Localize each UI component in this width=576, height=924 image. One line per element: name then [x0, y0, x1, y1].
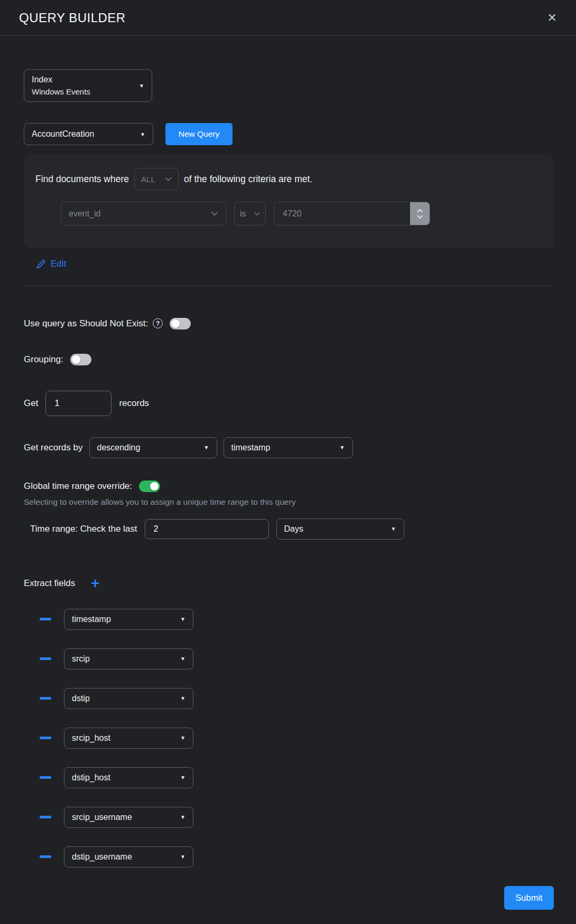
extract-field-row: dstip_username ▼	[24, 846, 554, 868]
close-icon[interactable]: ✕	[547, 12, 557, 24]
extract-field-select[interactable]: dstip ▼	[64, 688, 193, 709]
extract-field-select[interactable]: srcip ▼	[64, 648, 193, 670]
modal-body: Index Windows Events ▼ AccountCreation ▼…	[0, 36, 576, 910]
criteria-operator-value: is	[240, 209, 246, 219]
sort-field-select[interactable]: timestamp ▼	[224, 437, 353, 458]
extract-field-row: srcip_host ▼	[24, 728, 554, 749]
time-range-label: Time range: Check the last	[30, 524, 137, 534]
edit-link[interactable]: Edit	[36, 259, 66, 269]
extract-field-value: srcip_username	[72, 813, 132, 822]
global-override-label: Global time range override:	[24, 481, 132, 492]
get-records-row: Get records	[24, 391, 554, 416]
extract-field-value: timestamp	[72, 615, 111, 624]
remove-field-icon[interactable]	[40, 737, 51, 739]
grouping-row: Grouping:	[24, 354, 554, 365]
dropdown-arrow-icon: ▼	[180, 814, 185, 820]
remove-field-icon[interactable]	[40, 855, 51, 858]
extract-field-select[interactable]: dstip_username ▼	[64, 846, 193, 868]
chevron-down-icon	[254, 212, 260, 216]
global-override-row: Global time range override:	[24, 480, 554, 492]
page-title: QUERY BUILDER	[19, 11, 126, 25]
chevron-down-icon	[211, 211, 218, 216]
dropdown-arrow-icon: ▼	[340, 445, 345, 450]
grouping-toggle[interactable]	[70, 354, 91, 365]
extract-field-select[interactable]: dstip_host ▼	[64, 767, 193, 788]
dropdown-arrow-icon: ▼	[140, 131, 145, 137]
criteria-row: event_id is	[61, 202, 542, 225]
criteria-field-value: event_id	[69, 209, 101, 219]
extract-field-select[interactable]: srcip_host ▼	[64, 728, 193, 749]
add-field-icon[interactable]: +	[91, 577, 99, 591]
extract-field-row: srcip_username ▼	[24, 807, 554, 828]
global-override-hint: Selecting to override allows you to assi…	[24, 497, 554, 507]
criteria-value-wrap	[274, 202, 430, 225]
extract-field-select[interactable]: srcip_username ▼	[64, 807, 193, 828]
grouping-label: Grouping:	[24, 354, 63, 365]
extract-field-select[interactable]: timestamp ▼	[64, 609, 193, 630]
help-icon[interactable]: ?	[153, 318, 163, 328]
dropdown-arrow-icon: ▼	[180, 854, 185, 860]
spinner-up-icon	[417, 209, 423, 213]
criteria-head: Find documents where ALL of the followin…	[35, 168, 542, 190]
dropdown-arrow-icon: ▼	[204, 445, 209, 450]
order-by-label: Get records by	[24, 442, 83, 453]
global-override-toggle[interactable]	[139, 480, 160, 492]
extract-field-value: dstip_username	[72, 852, 132, 862]
match-type-value: ALL	[141, 175, 155, 184]
saved-query-value: AccountCreation	[32, 129, 94, 139]
match-type-select[interactable]: ALL	[134, 168, 179, 190]
index-select-value: Windows Events	[32, 86, 90, 97]
sort-field-value: timestamp	[231, 443, 271, 452]
extract-fields-list: timestamp ▼ srcip ▼ dstip ▼	[24, 609, 554, 868]
extract-field-value: dstip	[72, 694, 90, 703]
remove-field-icon[interactable]	[40, 816, 51, 818]
toggle-knob	[150, 482, 159, 491]
extract-field-row: srcip ▼	[24, 648, 554, 670]
pencil-icon	[36, 259, 46, 269]
dropdown-arrow-icon: ▼	[391, 526, 396, 532]
dropdown-arrow-icon: ▼	[180, 616, 185, 622]
saved-query-select[interactable]: AccountCreation ▼	[24, 123, 153, 145]
remove-field-icon[interactable]	[40, 776, 51, 779]
dropdown-arrow-icon: ▼	[180, 775, 185, 780]
criteria-operator-select[interactable]: is	[234, 202, 266, 225]
records-label: records	[119, 398, 149, 409]
sort-direction-value: descending	[97, 443, 141, 452]
extract-field-row: dstip_host ▼	[24, 767, 554, 788]
time-range-value-input[interactable]	[145, 519, 269, 539]
remove-field-icon[interactable]	[40, 697, 51, 700]
record-count-input[interactable]	[45, 391, 112, 416]
extract-fields-label: Extract fields	[24, 578, 75, 589]
dropdown-arrow-icon: ▼	[139, 83, 144, 89]
should-not-exist-label: Use query as Should Not Exist:	[24, 318, 148, 329]
chevron-down-icon	[165, 177, 172, 182]
order-by-row: Get records by descending ▼ timestamp ▼	[24, 437, 554, 458]
query-builder-modal: QUERY BUILDER ✕ Index Windows Events ▼ A…	[0, 0, 576, 910]
submit-button[interactable]: Submit	[504, 886, 554, 910]
extract-field-row: dstip ▼	[24, 688, 554, 709]
should-not-exist-toggle[interactable]	[170, 318, 191, 329]
dropdown-arrow-icon: ▼	[180, 695, 185, 701]
remove-field-icon[interactable]	[40, 657, 51, 660]
new-query-button[interactable]: New Query	[165, 123, 233, 145]
sort-direction-select[interactable]: descending ▼	[89, 437, 217, 458]
extract-field-value: dstip_host	[72, 773, 110, 782]
remove-field-icon[interactable]	[40, 618, 51, 620]
extract-field-value: srcip_host	[72, 733, 110, 743]
time-range-row: Time range: Check the last Days ▼	[24, 518, 554, 540]
criteria-value-input[interactable]	[274, 202, 410, 225]
get-label: Get	[24, 398, 38, 409]
edit-link-label: Edit	[51, 259, 66, 269]
criteria-field-select[interactable]: event_id	[61, 202, 226, 225]
toggle-knob	[72, 355, 80, 364]
modal-header: QUERY BUILDER ✕	[0, 0, 576, 36]
divider	[24, 286, 554, 286]
submit-row: Submit	[24, 886, 554, 910]
should-not-exist-row: Use query as Should Not Exist: ?	[24, 318, 554, 329]
index-select-label: Index	[32, 74, 90, 86]
index-select[interactable]: Index Windows Events ▼	[24, 69, 152, 102]
time-unit-value: Days	[284, 524, 303, 534]
index-select-text: Index Windows Events	[32, 74, 90, 97]
number-spinner[interactable]	[410, 202, 430, 225]
time-unit-select[interactable]: Days ▼	[276, 518, 404, 540]
